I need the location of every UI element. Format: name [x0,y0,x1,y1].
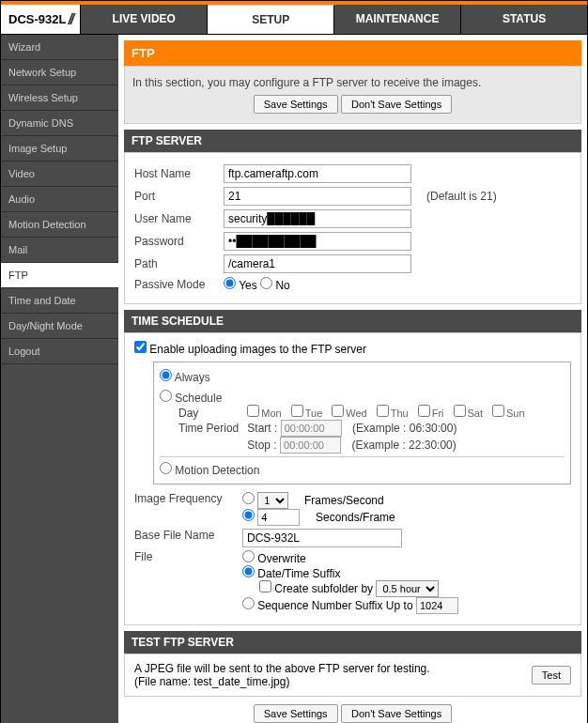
passive-no-radio[interactable] [260,277,272,289]
overwrite-radio[interactable] [242,550,255,562]
sidebar-item-dynamic-dns[interactable]: Dynamic DNS [1,111,118,136]
passive-mode-label: Passive Mode [134,278,224,291]
dont-save-settings-button[interactable]: Don't Save Settings [341,95,452,114]
passive-yes-radio[interactable] [224,277,236,289]
path-label: Path [134,257,224,270]
dont-save-settings-button-bottom[interactable]: Don't Save Settings [341,704,452,723]
passive-no-option[interactable]: No [260,277,290,292]
fps-radio[interactable] [242,492,255,504]
tab-live-video[interactable]: LIVE VIDEO [81,5,208,34]
sidebar: WizardNetwork SetupWireless SetupDynamic… [1,35,118,723]
spf-unit: Seconds/Frame [316,511,395,524]
main-content: FTP In this section, you may configure a… [118,35,587,723]
spf-input[interactable] [257,509,300,526]
ftp-server-header: FTP SERVER [124,130,581,152]
sidebar-item-ftp[interactable]: FTP [1,263,118,288]
device-model: DCS-932L // [1,5,81,34]
day-checkboxes: MonTueWedThuFriSatSun [247,407,534,420]
sequence-suffix-option[interactable]: Sequence Number Suffix Up to [242,599,413,612]
schedule-radio[interactable] [160,390,172,402]
save-settings-button-bottom[interactable]: Save Settings [254,704,338,723]
port-default-note: (Default is 21) [426,190,497,203]
datetime-suffix-option[interactable]: Date/Time Suffix [242,567,340,580]
tab-status[interactable]: STATUS [461,5,587,34]
time-schedule-header: TIME SCHEDULE [124,310,581,332]
base-file-name-input[interactable] [242,529,402,547]
always-option[interactable]: Always [160,371,210,384]
passive-yes-option[interactable]: Yes [224,277,257,292]
day-thu-checkbox[interactable] [377,405,389,417]
start-example: (Example : 06:30:00) [352,422,456,435]
day-sat-checkbox[interactable] [454,405,466,417]
sidebar-item-logout[interactable]: Logout [1,339,118,364]
device-model-text: DCS-932L [8,12,66,26]
day-sun-checkbox[interactable] [492,405,504,417]
datetime-suffix-radio[interactable] [242,565,255,577]
sidebar-item-motion-detection[interactable]: Motion Detection [1,212,118,238]
image-frequency-label: Image Frequency [134,492,242,526]
spf-radio[interactable] [242,509,255,521]
app-window: DCS-932L // LIVE VIDEO SETUP MAINTENANCE… [0,0,588,723]
stop-label: Stop : [247,438,276,452]
test-button[interactable]: Test [532,666,571,685]
save-settings-button[interactable]: Save Settings [254,95,338,114]
day-tue-checkbox[interactable] [291,405,303,417]
day-fri-checkbox[interactable] [418,405,430,417]
sidebar-item-mail[interactable]: Mail [1,238,118,263]
time-schedule-panel: Enable uploading images to the FTP serve… [124,332,581,625]
fps-select[interactable]: 1 [257,492,288,509]
ftp-server-panel: Host Name Port (Default is 21) User Name… [124,152,581,304]
tab-setup[interactable]: SETUP [208,5,334,34]
day-thu-label: Thu [391,408,409,419]
page-title: FTP [124,40,581,66]
sidebar-item-video[interactable]: Video [1,162,118,187]
time-period-label: Time Period [178,422,244,435]
always-radio[interactable] [160,369,172,381]
sequence-max-input[interactable] [416,597,458,614]
day-mon-checkbox[interactable] [247,405,259,417]
schedule-option[interactable]: Schedule [160,392,222,405]
start-label: Start : [247,422,277,435]
create-subfolder-option[interactable]: Create subfolder by [259,582,373,595]
schedule-details: Day MonTueWedThuFriSatSun Time Period St… [178,405,565,454]
day-fri-label: Fri [432,408,444,419]
enable-upload-option[interactable]: Enable uploading images to the FTP serve… [134,343,366,356]
sidebar-item-network-setup[interactable]: Network Setup [1,60,118,85]
start-time-input[interactable] [281,420,342,437]
day-sun-label: Sun [506,408,525,419]
stop-time-input[interactable] [280,437,341,454]
top-nav: DCS-932L // LIVE VIDEO SETUP MAINTENANCE… [1,5,587,35]
password-input[interactable] [224,232,411,251]
tab-maintenance[interactable]: MAINTENANCE [334,5,461,34]
motion-detection-option[interactable]: Motion Detection [160,464,259,477]
day-tue-label: Tue [305,408,323,419]
sidebar-item-time-and-date[interactable]: Time and Date [1,288,118,314]
enable-upload-checkbox[interactable] [134,341,147,353]
sequence-suffix-radio[interactable] [242,597,255,609]
path-input[interactable] [224,254,411,273]
top-button-row: Save Settings Don't Save Settings [132,95,573,114]
overwrite-option[interactable]: Overwrite [242,552,306,565]
host-name-label: Host Name [134,167,224,180]
test-ftp-text: A JPEG file will be sent to the above FT… [134,662,430,688]
sidebar-item-wizard[interactable]: Wizard [1,35,118,60]
port-input[interactable] [224,187,411,206]
port-label: Port [134,190,224,203]
sidebar-item-wireless-setup[interactable]: Wireless Setup [1,85,118,111]
sidebar-item-day-night-mode[interactable]: Day/Night Mode [1,314,118,339]
day-label: Day [178,407,244,420]
user-name-input[interactable] [224,209,411,228]
host-name-input[interactable] [224,164,411,183]
day-sat-label: Sat [468,408,484,419]
body: WizardNetwork SetupWireless SetupDynamic… [1,35,587,723]
subfolder-interval-select[interactable]: 0.5 hour [376,580,439,597]
test-ftp-header: TEST FTP SERVER [124,631,581,654]
password-label: Password [134,235,224,248]
user-name-label: User Name [134,212,224,225]
day-wed-checkbox[interactable] [332,405,344,417]
sidebar-item-audio[interactable]: Audio [1,187,118,212]
motion-detection-radio[interactable] [160,462,172,474]
day-mon-label: Mon [261,408,281,419]
sidebar-item-image-setup[interactable]: Image Setup [1,136,118,162]
create-subfolder-checkbox[interactable] [259,580,271,592]
